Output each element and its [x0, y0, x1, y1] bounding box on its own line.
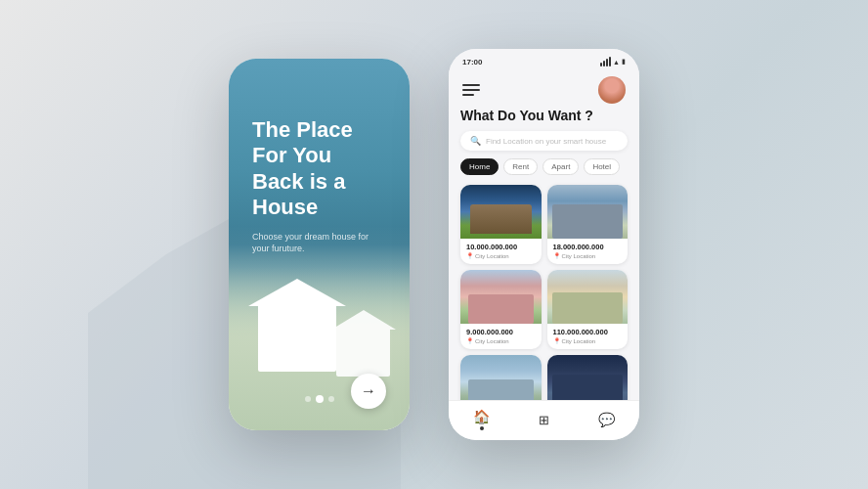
phone-header — [449, 70, 639, 108]
search-placeholder: Find Location on your smart house — [486, 137, 606, 146]
tab-apart[interactable]: Apart — [542, 158, 579, 175]
hamburger-line-2 — [462, 89, 480, 91]
menu-button[interactable] — [462, 84, 480, 96]
location-text-3: City Location — [475, 338, 509, 344]
hamburger-line-1 — [462, 84, 480, 86]
location-pin-4: 📍 — [553, 337, 560, 344]
avatar-image — [598, 76, 626, 104]
signal-icon — [600, 57, 611, 67]
phone-left: The Place For You Back is a House Choose… — [229, 59, 410, 430]
house-shape-secondary — [336, 328, 390, 377]
property-image-3 — [460, 270, 542, 324]
search-icon: 🔍 — [470, 136, 481, 146]
phone-left-text-area: The Place For You Back is a House Choose… — [252, 117, 386, 255]
location-pin-2: 📍 — [553, 252, 560, 259]
bottom-nav: 🏠 ⊞ 💬 — [449, 400, 639, 440]
property-image-4 — [547, 270, 629, 324]
property-card-5[interactable]: 8.000.000.000 📍 City Location — [460, 355, 542, 400]
tab-rent[interactable]: Rent — [503, 158, 538, 175]
battery-icon: ▮ — [622, 58, 626, 66]
property-info-1: 10.000.000.000 📍 City Location — [460, 239, 542, 264]
property-info-2: 18.000.000.000 📍 City Location — [547, 239, 629, 264]
status-icons: ▲ ▮ — [600, 57, 626, 67]
house-shape-main — [258, 303, 336, 372]
nav-map[interactable]: ⊞ — [539, 413, 549, 427]
status-time: 17:00 — [462, 58, 482, 67]
dot-3 — [328, 396, 334, 402]
status-bar: 17:00 ▲ ▮ — [449, 49, 639, 70]
property-price-3: 9.000.000.000 — [466, 328, 536, 336]
category-tabs: Home Rent Apart Hotel — [460, 158, 628, 175]
phone-left-title: The Place For You Back is a House — [252, 117, 386, 221]
property-card-2[interactable]: 18.000.000.000 📍 City Location — [547, 185, 629, 264]
location-text-1: City Location — [475, 253, 509, 259]
location-text-4: City Location — [562, 338, 596, 344]
location-text-2: City Location — [562, 253, 596, 259]
property-image-5 — [460, 355, 542, 400]
nav-home[interactable]: 🏠 — [473, 409, 490, 430]
wifi-icon: ▲ — [613, 59, 620, 66]
tab-hotel[interactable]: Hotel — [584, 158, 620, 175]
property-price-4: 110.000.000.000 — [553, 328, 623, 336]
section-title: What Do You Want ? — [460, 108, 628, 123]
property-price-1: 10.000.000.000 — [466, 243, 536, 251]
phone-content: What Do You Want ? 🔍 Find Location on yo… — [449, 108, 639, 400]
property-location-4: 📍 City Location — [553, 337, 623, 344]
location-pin-3: 📍 — [466, 337, 473, 344]
avatar[interactable] — [598, 76, 626, 104]
phone-left-subtitle: Choose your dream house for your furutur… — [252, 231, 386, 255]
property-card-4[interactable]: 110.000.000.000 📍 City Location — [547, 270, 629, 349]
tab-home[interactable]: Home — [460, 158, 499, 175]
messages-nav-icon: 💬 — [598, 412, 615, 427]
arrow-icon: → — [361, 382, 376, 400]
nav-messages[interactable]: 💬 — [598, 412, 615, 427]
property-grid: 10.000.000.000 📍 City Location 18.000.00… — [460, 185, 628, 400]
property-card-6[interactable]: 20.000.000.000 📍 City Location — [547, 355, 629, 400]
property-price-2: 18.000.000.000 — [553, 243, 623, 251]
search-bar[interactable]: 🔍 Find Location on your smart house — [460, 131, 628, 151]
phone-right: 17:00 ▲ ▮ — [449, 49, 639, 440]
phone-left-dots — [305, 395, 334, 403]
location-pin-1: 📍 — [466, 252, 473, 259]
property-card-1[interactable]: 10.000.000.000 📍 City Location — [460, 185, 542, 264]
dot-1 — [305, 396, 311, 402]
property-image-2 — [547, 185, 629, 239]
property-card-3[interactable]: 9.000.000.000 📍 City Location — [460, 270, 542, 349]
property-info-4: 110.000.000.000 📍 City Location — [547, 324, 629, 349]
dot-2-active — [316, 395, 324, 403]
arrow-button[interactable]: → — [351, 374, 386, 409]
nav-active-dot — [480, 426, 484, 430]
map-nav-icon: ⊞ — [539, 413, 549, 427]
phones-container: The Place For You Back is a House Choose… — [229, 49, 639, 440]
property-location-3: 📍 City Location — [466, 337, 536, 344]
property-image-6 — [547, 355, 629, 400]
property-image-1 — [460, 185, 542, 239]
property-info-3: 9.000.000.000 📍 City Location — [460, 324, 542, 349]
hamburger-line-3 — [462, 94, 474, 96]
property-location-1: 📍 City Location — [466, 252, 536, 259]
home-nav-icon: 🏠 — [473, 409, 490, 424]
property-location-2: 📍 City Location — [553, 252, 623, 259]
